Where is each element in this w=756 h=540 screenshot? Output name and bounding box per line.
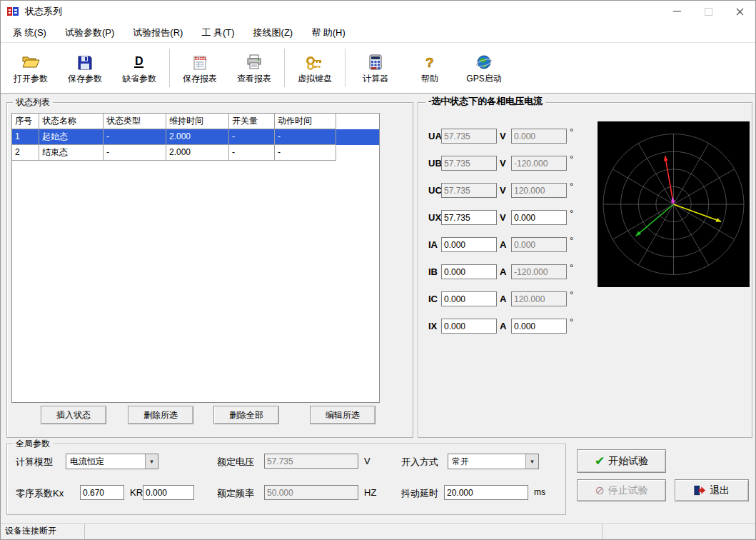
toolbar-help-button[interactable]: ? 帮助 xyxy=(403,46,457,90)
stop-test-button: ⊘ 停止试验 xyxy=(577,479,666,501)
menu-tools[interactable]: 工 具(T) xyxy=(192,23,243,42)
toolbar-gps-start-button[interactable]: GPS启动 xyxy=(457,46,511,90)
rated-freq-unit: HZ xyxy=(364,487,376,498)
degree-symbol: ° xyxy=(570,235,573,246)
titlebar: 状态系列 xyxy=(1,1,755,22)
degree-symbol: ° xyxy=(570,262,573,273)
cell[interactable]: 结束态 xyxy=(39,145,104,161)
help-icon: ? xyxy=(423,51,436,71)
toolbar-separator xyxy=(169,49,170,87)
cell[interactable]: 起始态 xyxy=(39,129,104,145)
cell[interactable]: - xyxy=(229,129,275,145)
maximize-icon xyxy=(705,8,712,16)
input-mode-label: 开入方式 xyxy=(401,456,438,469)
table-row[interactable]: 2 结束态 - 2.000 - - xyxy=(12,145,379,161)
calc-model-select[interactable]: 电流恒定 ▼ xyxy=(66,454,158,469)
statusbar-panel xyxy=(85,524,603,539)
zero-seq-input[interactable] xyxy=(80,485,124,500)
chevron-down-icon[interactable]: ▼ xyxy=(145,454,158,469)
edit-selected-button[interactable]: 编辑所选 xyxy=(310,406,376,424)
ix-magnitude-input[interactable] xyxy=(441,319,497,334)
kr-input[interactable] xyxy=(143,485,194,500)
column-header[interactable]: 状态名称 xyxy=(39,114,104,129)
start-test-button[interactable]: ✔ 开始试验 xyxy=(577,449,666,473)
minimize-icon xyxy=(673,11,681,12)
chevron-down-icon[interactable]: ▼ xyxy=(525,454,538,469)
statusbar: 设备连接断开 xyxy=(1,523,755,539)
menu-system[interactable]: 系 统(S) xyxy=(4,23,56,42)
unit-label: A xyxy=(500,294,506,304)
menu-help[interactable]: 帮 助(H) xyxy=(302,23,355,42)
jitter-label: 抖动延时 xyxy=(401,487,438,500)
cell[interactable]: 2.000 xyxy=(166,145,229,161)
check-icon: ✔ xyxy=(595,455,605,467)
ux-magnitude-input[interactable] xyxy=(441,210,497,225)
delete-selected-button[interactable]: 删除所选 xyxy=(128,406,193,424)
cell[interactable]: - xyxy=(229,145,275,161)
ic-angle-input xyxy=(511,291,567,306)
toolbar-save-params-button[interactable]: 保存参数 xyxy=(58,46,112,90)
menu-test-params[interactable]: 试验参数(P) xyxy=(56,23,124,42)
input-mode-select[interactable]: 常开 ▼ xyxy=(448,454,539,469)
start-test-label: 开始试验 xyxy=(608,455,648,468)
ib-magnitude-input[interactable] xyxy=(441,264,497,279)
ix-angle-input[interactable] xyxy=(511,319,567,334)
zero-seq-label: 零序系数Kx xyxy=(16,487,64,500)
unit-label: V xyxy=(500,158,506,169)
toolbar-open-params-button[interactable]: 打开参数 xyxy=(4,46,58,90)
close-button[interactable] xyxy=(724,1,755,22)
phase-panel-title: -选中状态下的各相电压电流 xyxy=(425,96,545,106)
phase-label: IA xyxy=(428,239,438,250)
toolbar-virtual-keyboard-button[interactable]: 虚拟键盘 xyxy=(288,46,342,90)
jitter-unit: ms xyxy=(534,487,545,497)
app-icon xyxy=(6,6,21,17)
state-table[interactable]: 序号 状态名称 状态类型 维持时间 开关量 动作时间 1 起始态 - 2.000… xyxy=(11,113,380,403)
column-header[interactable]: 维持时间 xyxy=(166,114,229,129)
state-table-header: 序号 状态名称 状态类型 维持时间 开关量 动作时间 xyxy=(12,114,379,129)
ia-magnitude-input[interactable] xyxy=(441,237,497,252)
table-row[interactable]: 1 起始态 - 2.000 - - xyxy=(12,129,379,145)
toolbar-calculator-button[interactable]: 计算器 xyxy=(348,46,403,90)
cell[interactable]: - xyxy=(275,145,336,161)
delete-all-button[interactable]: 删除全部 xyxy=(213,406,279,424)
column-header[interactable]: 动作时间 xyxy=(275,114,336,129)
calculator-icon xyxy=(368,51,383,71)
jitter-input[interactable] xyxy=(444,485,528,500)
minimize-button[interactable] xyxy=(661,1,692,22)
stop-icon: ⊘ xyxy=(595,485,604,496)
rated-voltage-label: 额定电压 xyxy=(217,456,254,469)
svg-text:?: ? xyxy=(425,55,434,70)
toolbar-separator xyxy=(345,49,346,87)
close-icon xyxy=(736,8,744,16)
ic-magnitude-input[interactable] xyxy=(441,291,497,306)
cell-filler xyxy=(336,145,379,161)
phase-label: IB xyxy=(428,266,438,277)
maximize-button[interactable] xyxy=(692,1,724,22)
menu-wiring-diagram[interactable]: 接线图(Z) xyxy=(244,23,303,42)
calc-model-value: 电流恒定 xyxy=(66,454,145,469)
uc-angle-input xyxy=(511,183,567,198)
unit-label: V xyxy=(500,131,506,141)
cell[interactable]: 2.000 xyxy=(166,129,229,145)
toolbar-default-params-button[interactable]: D 缺省参数 xyxy=(112,46,166,90)
toolbar-view-report-button[interactable]: 查看报表 xyxy=(227,46,281,90)
phase-label: IC xyxy=(428,294,438,304)
kr-label: KR xyxy=(130,487,143,498)
toolbar-save-report-button[interactable]: EXCEL 保存报表 xyxy=(173,46,227,90)
menu-test-report[interactable]: 试验报告(R) xyxy=(124,23,192,42)
column-header[interactable]: 序号 xyxy=(12,114,39,129)
ux-angle-input[interactable] xyxy=(511,210,567,225)
client-area: 状态列表 序号 状态名称 状态类型 维持时间 开关量 动作时间 1 起始态 - … xyxy=(1,94,755,524)
cell[interactable]: - xyxy=(104,129,166,145)
unit-label: A xyxy=(500,321,506,331)
column-header[interactable]: 状态类型 xyxy=(104,114,166,129)
cell[interactable]: 2 xyxy=(12,145,39,161)
cell[interactable]: - xyxy=(275,129,336,145)
column-header[interactable]: 开关量 xyxy=(229,114,275,129)
app-window: 状态系列 系 统(S) 试验参数(P) 试验报告(R) 工 具(T) 接线图(Z… xyxy=(0,0,756,540)
exit-button[interactable]: 退出 xyxy=(675,479,749,501)
cell[interactable]: - xyxy=(104,145,166,161)
svg-text:EXCEL: EXCEL xyxy=(195,56,207,61)
cell[interactable]: 1 xyxy=(12,129,39,145)
insert-state-button[interactable]: 插入状态 xyxy=(41,406,106,424)
